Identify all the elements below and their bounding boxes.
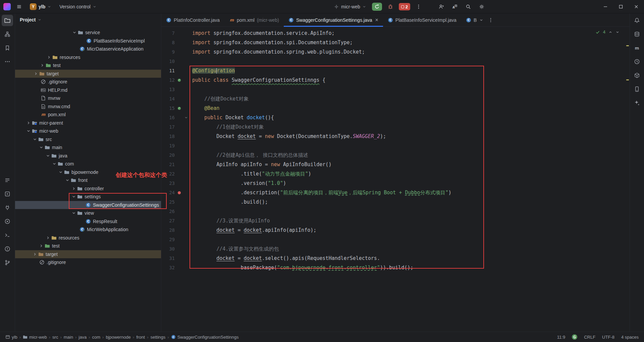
tree-item-micrdataserviceapplication[interactable]: MicrDataserviceApplication — [15, 45, 161, 53]
run-tool-button[interactable] — [2, 216, 13, 227]
chevron-down-icon[interactable] — [72, 30, 77, 35]
breadcrumb-src[interactable]: src — [52, 335, 58, 340]
code-line-11[interactable]: 11@Configuration — [161, 66, 630, 75]
code-line-23[interactable]: 23 .version("1.0") — [161, 179, 630, 188]
bookmarks-tool-button[interactable] — [2, 42, 13, 54]
tree-item-respresult[interactable]: RespResult — [15, 217, 161, 226]
code-line-8[interactable]: 8import springfox.documentation.spi.Docu… — [161, 38, 630, 47]
tree-item-target[interactable]: target — [15, 70, 161, 78]
chevron-right-icon[interactable] — [34, 71, 38, 76]
profiler-tool-button[interactable] — [631, 56, 643, 67]
breadcrumb-bjpowernode[interactable]: bjpowernode — [106, 335, 130, 340]
code-line-17[interactable]: 17 //1创建Docket对象 — [161, 122, 630, 132]
indent-style[interactable]: 4 spaces — [621, 335, 639, 340]
line-separator[interactable]: CRLF — [584, 335, 595, 340]
code-line-31[interactable]: 31 docket = docket.select().apis(Request… — [161, 254, 630, 263]
chevron-down-icon[interactable] — [58, 170, 63, 175]
tree-item-test[interactable]: test — [15, 242, 161, 250]
maximize-button[interactable] — [613, 0, 629, 13]
version-control-tool-button[interactable] — [2, 257, 13, 268]
todo-tool-button[interactable] — [2, 175, 13, 186]
tab-options-button[interactable] — [486, 13, 495, 26]
code-line-25[interactable]: 25 .build(); — [161, 197, 630, 207]
more-actions-button[interactable] — [414, 2, 424, 12]
chevron-down-icon[interactable] — [46, 153, 50, 158]
dependencies-tool-button[interactable] — [631, 70, 643, 81]
code-line-9[interactable]: 9import springfox.documentation.spring.w… — [161, 47, 630, 57]
inspections-widget[interactable]: 4 — [595, 29, 620, 35]
services-tool-button[interactable] — [2, 188, 13, 200]
tree-item-micr-web[interactable]: micr-web — [15, 127, 161, 135]
tree-item-main[interactable]: main — [15, 143, 161, 152]
tree-item-platbaseinfoserviceimpl[interactable]: PlatBaseInfoServiceImpl — [15, 37, 161, 45]
chevron-down-icon[interactable] — [39, 145, 44, 150]
chevron-right-icon[interactable] — [26, 121, 31, 125]
tree-item-mvnw-cmd[interactable]: mvnw.cmd — [15, 102, 161, 111]
maven-tool-button[interactable] — [631, 42, 643, 54]
code-line-30[interactable]: 30 //4.设置参与文档生成的包 — [161, 244, 630, 254]
tree-item-com[interactable]: com — [15, 160, 161, 168]
device-manager-button[interactable] — [631, 83, 643, 95]
tree-item-help-md[interactable]: HELP.md — [15, 86, 161, 94]
breadcrumb-java[interactable]: java — [78, 335, 87, 340]
minimize-button[interactable] — [598, 0, 613, 13]
tree-item-mvnw[interactable]: mvnw — [15, 94, 161, 102]
code-line-26[interactable]: 26 — [161, 207, 630, 216]
debug-button[interactable] — [385, 2, 395, 12]
code-line-21[interactable]: 21 ApiInfo apiInfo = new ApiInfoBuilder(… — [161, 160, 630, 169]
breakpoint-icon[interactable] — [175, 191, 183, 195]
close-button[interactable] — [629, 0, 644, 13]
structure-tool-button[interactable] — [2, 28, 13, 40]
tree-item-target[interactable]: target — [15, 250, 161, 259]
database-tool-button[interactable] — [631, 28, 643, 40]
more-tool-windows-button[interactable] — [2, 56, 13, 67]
code-line-7[interactable]: 7import springfox.documentation.service.… — [161, 28, 630, 38]
chevron-right-icon[interactable] — [39, 244, 44, 248]
breadcrumb-swaggerconfigruationsettinngs[interactable]: SwaggerConfigruationSettinngs — [171, 335, 239, 340]
code-line-15[interactable]: 15 @Bean — [161, 104, 630, 113]
tree-item-gitignore[interactable]: .gitignore — [15, 78, 161, 86]
tree-item-micr-parent[interactable]: micr-parent — [15, 119, 161, 127]
chevron-right-icon[interactable] — [40, 63, 45, 68]
breadcrumb-settings[interactable]: settings — [151, 335, 166, 340]
running-processes-badge[interactable]: 2 — [399, 3, 410, 10]
tree-item-controller[interactable]: controller — [15, 185, 161, 193]
tab-platbaseinfoserviceimpl-java[interactable]: PlatBaseInfoServiceImpl.java — [383, 13, 461, 26]
chevron-down-icon[interactable] — [52, 161, 57, 166]
code-editor[interactable]: 7import springfox.documentation.service.… — [161, 27, 630, 272]
tab-platinfocontroller-java[interactable]: PlatInfoController.java — [161, 13, 224, 26]
tree-item-resources[interactable]: resources — [15, 53, 161, 62]
tree-item-swaggerconfigruationsettinngs[interactable]: SwaggerConfigruationSettinngs — [15, 201, 161, 209]
fold-chevron-icon[interactable] — [183, 116, 189, 120]
breadcrumb-ylb[interactable]: ylb — [5, 335, 17, 340]
tree-item-test[interactable]: test — [15, 61, 161, 70]
code-line-13[interactable]: 13 — [161, 85, 630, 94]
run-configuration-selector[interactable]: micr-web — [331, 2, 369, 12]
code-line-22[interactable]: 22 .title("动力节点金融项目") — [161, 169, 630, 179]
editor-scrollbar[interactable] — [625, 27, 630, 332]
project-selector[interactable]: Y ylb — [28, 2, 54, 12]
breadcrumb-micr-web[interactable]: micr-web — [23, 335, 47, 340]
project-panel-header[interactable]: Project — [15, 13, 161, 26]
ai-assistant-button[interactable] — [631, 97, 643, 109]
code-line-16[interactable]: 16 public Docket docket(){ — [161, 113, 630, 122]
translate-button[interactable] — [450, 2, 460, 12]
tree-item-java[interactable]: java — [15, 152, 161, 160]
grammar-check-icon[interactable]: G — [572, 334, 577, 340]
chevron-down-icon[interactable] — [26, 129, 31, 133]
tab-pom-xml[interactable]: pom.xml (micr-web) — [224, 13, 284, 26]
chevron-down-icon[interactable] — [33, 137, 37, 142]
code-line-19[interactable]: 19 — [161, 141, 630, 150]
spring-bean-gutter-icon[interactable] — [175, 106, 183, 111]
tree-item-src[interactable]: src — [15, 135, 161, 144]
code-line-27[interactable]: 27 //3.设置使用ApiInfo — [161, 216, 630, 225]
tree-item-pom-xml[interactable]: pom.xml — [15, 111, 161, 119]
project-tool-button[interactable] — [2, 15, 13, 26]
chevron-right-icon[interactable] — [47, 55, 51, 60]
close-tab-icon[interactable]: × — [375, 17, 378, 23]
previous-issue-icon[interactable] — [608, 30, 612, 34]
caret-position[interactable]: 11:9 — [557, 335, 565, 340]
tree-item-service[interactable]: service — [15, 28, 161, 37]
chevron-right-icon[interactable] — [33, 252, 37, 257]
notifications-button[interactable] — [631, 15, 643, 26]
